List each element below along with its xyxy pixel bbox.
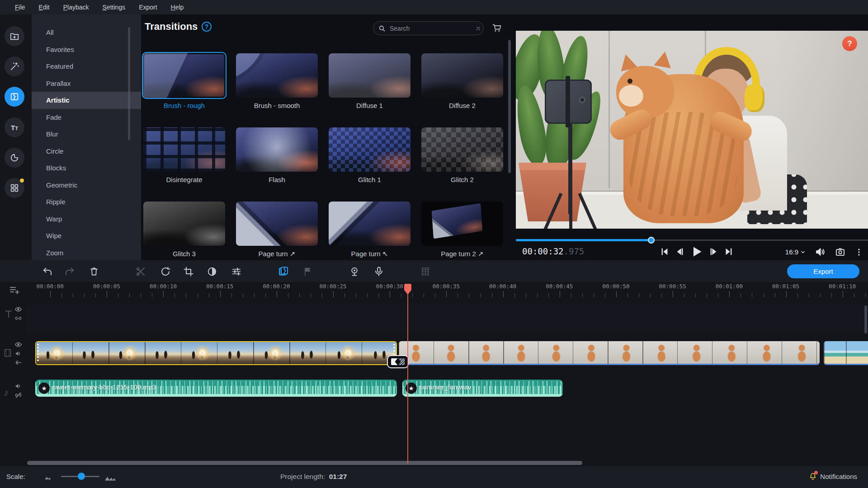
export-button[interactable]: Export (787, 264, 859, 278)
voice-record-icon[interactable] (373, 266, 384, 277)
category-parallax[interactable]: Parallax (32, 75, 141, 92)
category-fade[interactable]: Fade (32, 109, 141, 126)
more-icon[interactable] (854, 248, 863, 257)
transition-label: Diffuse 2 (421, 102, 503, 109)
cart-icon[interactable] (491, 22, 502, 33)
menu-edit[interactable]: Edit (34, 2, 55, 13)
category-warp[interactable]: Warp (32, 211, 141, 228)
eye-icon[interactable] (14, 305, 22, 313)
volume-icon[interactable] (14, 382, 22, 390)
transitions-scrollbar[interactable] (508, 40, 511, 173)
help-icon[interactable]: ? (202, 22, 212, 32)
transition-brush-smooth[interactable]: Brush - smooth (236, 53, 318, 109)
timeline-ruler[interactable]: 00:00:0000:00:0500:00:1000:00:1500:00:20… (0, 282, 868, 299)
transition-glitch-2[interactable]: Glitch 2 (421, 127, 503, 183)
video-clip-partial[interactable] (824, 341, 868, 365)
menu-settings[interactable]: Settings (98, 2, 131, 13)
transition-page-turn-2[interactable]: Page turn 2 ↗ (421, 202, 503, 258)
skip-to-start-icon[interactable] (660, 247, 670, 257)
menu-file[interactable]: File (10, 2, 30, 13)
marker-flag-icon[interactable] (302, 266, 313, 277)
color-adjustments-icon[interactable] (207, 266, 217, 277)
transition-brush-rough[interactable]: Brush - rough (143, 53, 225, 109)
clip-properties-icon[interactable] (231, 266, 242, 277)
delete-icon[interactable] (89, 266, 99, 277)
transition-flash[interactable]: Flash (236, 127, 318, 183)
transition-thumbnail (236, 202, 318, 246)
zoom-out-icon[interactable] (43, 474, 52, 481)
transition-diffuse-1[interactable]: Diffuse 1 (329, 53, 410, 109)
category-ripple[interactable]: Ripple (32, 193, 141, 211)
audio-clip-2[interactable]: ★ summer_fun.wav (402, 380, 563, 397)
transition-page-turn-back[interactable]: Page turn ↖ (329, 202, 410, 258)
category-blocks[interactable]: Blocks (32, 160, 141, 177)
category-featured[interactable]: Featured (32, 58, 141, 75)
category-favorites[interactable]: Favorites (32, 41, 141, 58)
zoom-in-icon[interactable] (104, 474, 116, 482)
help-button[interactable]: ? (842, 36, 857, 51)
redo-icon[interactable] (64, 266, 75, 277)
notifications-button[interactable]: Notifications (809, 472, 857, 480)
category-artistic[interactable]: Artistic (32, 92, 141, 109)
arrow-left-icon[interactable] (14, 359, 22, 366)
category-wipe[interactable]: Wipe (32, 227, 141, 244)
scale-slider-thumb[interactable] (78, 473, 85, 480)
video-clip-selected[interactable] (35, 341, 397, 365)
horizontal-scrollbar[interactable] (27, 461, 582, 465)
previous-frame-icon[interactable] (675, 247, 685, 257)
transition-tool-icon[interactable] (278, 266, 289, 277)
project-length-value: 01:27 (329, 473, 347, 480)
more-tools-button[interactable] (5, 178, 24, 198)
next-frame-icon[interactable] (708, 247, 718, 257)
seek-thumb[interactable] (648, 237, 655, 244)
track-blocks-icon[interactable] (420, 266, 431, 277)
snapshot-icon[interactable] (835, 247, 845, 257)
volume-icon[interactable] (815, 246, 826, 258)
tripod-leg (569, 192, 572, 229)
transition-glitch-1[interactable]: Glitch 1 (329, 127, 410, 183)
add-track-icon[interactable] (9, 285, 20, 296)
aspect-ratio-dropdown[interactable]: 16:9 (785, 248, 806, 256)
clear-search-icon[interactable] (475, 25, 481, 32)
category-geometric[interactable]: Geometric (32, 177, 141, 194)
transitions-button[interactable] (5, 87, 24, 107)
volume-icon[interactable] (14, 350, 22, 357)
applied-transition-badge[interactable] (387, 355, 409, 368)
transition-label: Disintegrate (143, 176, 225, 183)
category-circle[interactable]: Circle (32, 143, 141, 160)
category-zoom[interactable]: Zoom (32, 244, 141, 261)
play-icon[interactable] (690, 245, 703, 258)
playhead-line[interactable] (407, 284, 408, 464)
menu-playback[interactable]: Playback (58, 2, 94, 13)
stickers-button[interactable] (5, 148, 24, 168)
undo-icon[interactable] (42, 266, 53, 277)
audio-clip-1[interactable]: ★ sweet-memory-bbc-1215-100.mp3 (35, 380, 397, 397)
link-icon[interactable] (14, 314, 22, 322)
category-blur[interactable]: Blur (32, 126, 141, 143)
vertical-scrollbar[interactable] (864, 305, 867, 333)
transition-glitch-3[interactable]: Glitch 3 (143, 202, 225, 258)
rotate-icon[interactable] (160, 266, 171, 277)
crop-icon[interactable] (183, 266, 194, 277)
transition-label: Diffuse 1 (329, 102, 410, 109)
filters-button[interactable] (5, 56, 24, 76)
phone-clamp (566, 76, 570, 127)
transition-diffuse-2[interactable]: Diffuse 2 (421, 53, 503, 109)
webcam-capture-icon[interactable] (349, 266, 360, 277)
menu-help[interactable]: Help (166, 2, 189, 13)
titles-button[interactable]: TT (5, 117, 24, 137)
video-clip-cat[interactable] (399, 341, 820, 365)
search-input[interactable] (390, 25, 472, 32)
category-scrollbar[interactable] (128, 27, 130, 140)
wall-line (609, 31, 610, 188)
skip-to-end-icon[interactable] (724, 247, 734, 257)
menu-export[interactable]: Export (134, 2, 162, 13)
transition-page-turn[interactable]: Page turn ↗ (236, 202, 318, 258)
cut-icon[interactable] (135, 266, 146, 277)
eye-icon[interactable] (14, 341, 22, 348)
link-off-icon[interactable] (14, 391, 22, 399)
import-button[interactable] (5, 26, 24, 46)
transition-disintegrate[interactable]: Disintegrate (143, 127, 225, 183)
seek-bar[interactable] (516, 237, 868, 243)
category-all[interactable]: All (32, 24, 141, 41)
